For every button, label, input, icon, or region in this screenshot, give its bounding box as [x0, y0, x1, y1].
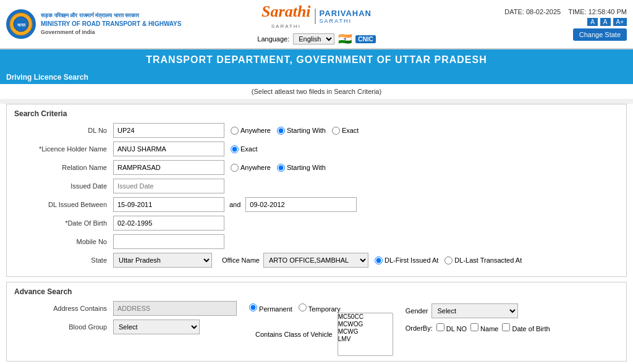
dl-no-radio-group: Anywhere Starting With Exact [231, 127, 359, 135]
dl-first-issued-label: DL-First Issued At [384, 256, 438, 264]
gender-label: Gender [406, 307, 428, 315]
dl-no-exact[interactable]: Exact [332, 127, 359, 135]
address-input[interactable] [113, 301, 237, 316]
font-large-btn[interactable]: A+ [613, 18, 627, 26]
orderby-dob[interactable]: Date of Birth [502, 323, 550, 332]
orderby-dob-label: Date of Birth [512, 325, 550, 332]
temporary-text: Temporary [308, 305, 341, 313]
permanent-radio[interactable] [249, 303, 257, 311]
dl-no-anywhere-label: Anywhere [240, 127, 271, 134]
office-select[interactable]: ARTO OFFICE,SAMBHAL [263, 253, 368, 268]
blood-group-row: Blood Group Select A+A-B+B- O+O-AB+AB- [14, 320, 237, 334]
relation-name-radio-group: Anywhere Starting With [231, 164, 326, 172]
address-row: Address Contains [14, 301, 237, 316]
permanent-text: Permanent [259, 305, 292, 313]
licence-holder-input[interactable] [113, 142, 224, 156]
change-state-button[interactable]: Change State [573, 28, 627, 41]
dl-first-issued-radio[interactable] [375, 256, 383, 265]
font-medium-btn[interactable]: A [600, 18, 611, 26]
breadcrumb-link[interactable]: Driving Licence Search [6, 73, 88, 82]
orderby-name-label: Name [480, 325, 498, 332]
orderby-dlno[interactable]: DL NO [436, 323, 467, 332]
mobile-label: Mobile No [14, 238, 113, 245]
dl-no-anywhere-radio[interactable] [231, 127, 239, 135]
licence-exact[interactable]: Exact [231, 145, 258, 153]
orderby-dlno-label: DL NO [446, 325, 467, 332]
header-center: Sarathi SARATHI PARIVAHAN SARATHI Langua… [213, 2, 420, 46]
dl-no-input[interactable] [113, 123, 224, 138]
permanent-label[interactable]: Permanent [249, 303, 292, 313]
orderby-row: OrderBy: DL NO Name Date of Birth [406, 323, 550, 332]
state-select[interactable]: Uttar Pradesh Delhi Maharashtra [113, 253, 212, 268]
sarathi-logo: Sarathi SARATHI PARIVAHAN SARATHI [261, 2, 372, 30]
issued-date-label: Issued Date [14, 182, 113, 190]
dl-no-startingwith[interactable]: Starting With [277, 127, 326, 135]
dl-issued-between-start-input[interactable] [113, 197, 224, 212]
licence-holder-row: *Licence Holder Name Exact [14, 142, 619, 156]
dob-row: *Date Of Birth [14, 216, 619, 231]
dl-issued-at-radio-group: DL-First Issued At DL-Last Transacted At [375, 256, 522, 265]
dl-no-startingwith-radio[interactable] [277, 127, 285, 135]
time-value: 12:58:40 PM [588, 8, 627, 15]
relation-startingwith[interactable]: Starting With [277, 164, 326, 172]
orderby-dob-checkbox[interactable] [502, 323, 510, 331]
instruction-text: (Select atleast two fileds in Search Cri… [0, 84, 633, 99]
licence-holder-radio-group: Exact [231, 145, 258, 153]
dl-issued-between-end-input[interactable] [245, 197, 357, 212]
govt-logo: भारत [6, 9, 36, 39]
temporary-label[interactable]: Temporary [299, 303, 341, 313]
relation-anywhere[interactable]: Anywhere [231, 164, 271, 172]
svg-text:भारत: भारत [17, 23, 26, 27]
blood-group-label: Blood Group [14, 323, 113, 331]
dl-last-transacted-label: DL-Last Transacted At [454, 256, 522, 264]
advance-middle-col: Permanent Temporary Contains Class of Ve… [249, 301, 393, 356]
sarathi-label: SARATHI [320, 18, 372, 24]
dl-last-transacted-radio[interactable] [444, 256, 452, 265]
font-small-btn[interactable]: A [587, 18, 598, 26]
relation-anywhere-radio[interactable] [231, 164, 239, 172]
contains-class-label: Contains Class of Vehicle [255, 331, 333, 338]
issued-date-input[interactable] [113, 179, 224, 193]
dl-no-anywhere[interactable]: Anywhere [231, 127, 271, 135]
relation-startingwith-label: Starting With [287, 164, 326, 171]
relation-name-input[interactable] [113, 160, 224, 175]
language-label: Language: [257, 35, 289, 43]
licence-exact-radio[interactable] [231, 145, 239, 153]
date-value: 08-02-2025 [526, 8, 561, 15]
dl-no-exact-radio[interactable] [332, 127, 340, 135]
mobile-row: Mobile No [14, 234, 619, 249]
orderby-name-checkbox[interactable] [470, 323, 478, 331]
orderby-name[interactable]: Name [470, 323, 498, 332]
office-name-label: Office Name [222, 256, 260, 264]
dl-no-exact-label: Exact [342, 127, 359, 134]
logo-section: भारत सड़क परिवहन और राजमार्ग मंत्रालय भा… [6, 9, 213, 39]
dl-first-issued[interactable]: DL-First Issued At [375, 256, 438, 265]
and-label: and [229, 201, 240, 208]
mobile-input[interactable] [113, 234, 224, 249]
issued-date-row: Issued Date [14, 179, 619, 193]
dob-input[interactable] [113, 216, 224, 231]
relation-startingwith-radio[interactable] [277, 164, 285, 172]
font-size-controls: A A A+ [587, 18, 627, 26]
advance-search-inner: Address Contains Blood Group Select A+A-… [14, 301, 619, 356]
search-criteria-title: Search Criteria [14, 109, 619, 118]
gender-select[interactable]: Select Male Female Other [431, 303, 518, 318]
logo-text: सड़क परिवहन और राजमार्ग मंत्रालय भारत सर… [41, 12, 181, 36]
state-office-row: State Uttar Pradesh Delhi Maharashtra Of… [14, 253, 619, 268]
state-label: State [14, 256, 113, 264]
vehicle-class-select[interactable]: MC50CC MCWOG MCWG LMV [338, 313, 393, 356]
sarathi-brand: Sarathi [261, 2, 311, 20]
search-criteria-section: Search Criteria DL No Anywhere Starting … [6, 104, 627, 277]
dl-no-startingwith-label: Starting With [287, 127, 326, 134]
dl-last-transacted[interactable]: DL-Last Transacted At [444, 256, 522, 265]
language-select[interactable]: English [293, 33, 334, 44]
temporary-radio[interactable] [299, 303, 307, 311]
orderby-dlno-checkbox[interactable] [436, 323, 444, 331]
address-label: Address Contains [14, 305, 113, 312]
advance-search-section: Advance Search Address Contains Blood Gr… [6, 282, 627, 362]
header: भारत सड़क परिवहन और राजमार्ग मंत्रालय भा… [0, 0, 633, 49]
dob-label: *Date Of Birth [14, 219, 113, 227]
blood-group-select[interactable]: Select A+A-B+B- O+O-AB+AB- [113, 320, 200, 334]
sarathi-sub: SARATHI [271, 23, 301, 29]
date-label: DATE: [504, 8, 524, 15]
